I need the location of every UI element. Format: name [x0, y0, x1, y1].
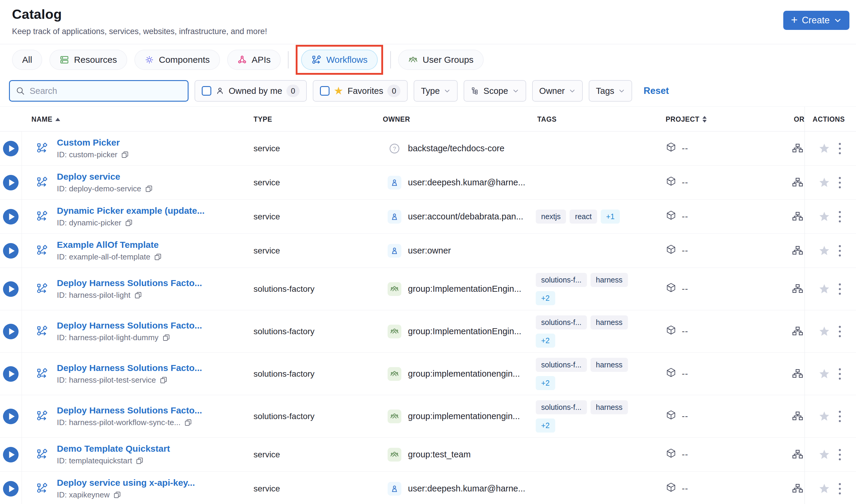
row-name-link[interactable]: Deploy Harness Solutions Facto...	[57, 406, 202, 415]
more-tags-badge: +2	[536, 376, 555, 390]
tab-resources[interactable]: Resources	[49, 50, 127, 70]
chevron-down-icon	[834, 16, 842, 24]
favorite-toggle-icon[interactable]	[818, 325, 831, 338]
row-owner: group:implementationengin...	[408, 411, 520, 421]
favorites-filter[interactable]: ★ Favorites 0	[313, 80, 408, 102]
sitemap-icon[interactable]	[792, 326, 803, 337]
kebab-menu-icon[interactable]	[838, 482, 842, 495]
more-tags-badge: +2	[536, 418, 555, 433]
scope-dropdown[interactable]: Scope	[464, 80, 526, 102]
row-name-link[interactable]: Custom Picker	[57, 138, 129, 148]
kebab-menu-icon[interactable]	[838, 367, 842, 380]
run-workflow-button[interactable]	[3, 447, 19, 463]
run-workflow-button[interactable]	[3, 366, 19, 382]
run-workflow-button[interactable]	[3, 209, 19, 224]
search-input[interactable]	[9, 80, 189, 102]
copy-icon[interactable]	[154, 253, 162, 261]
column-header-name[interactable]: NAME	[22, 115, 245, 124]
kebab-menu-icon[interactable]	[838, 142, 842, 155]
sitemap-icon[interactable]	[792, 449, 803, 460]
owned-by-me-checkbox[interactable]	[202, 86, 211, 96]
row-name-link[interactable]: Deploy Harness Solutions Facto...	[57, 321, 202, 330]
tags-dropdown[interactable]: Tags	[589, 80, 632, 102]
favorite-toggle-icon[interactable]	[818, 245, 831, 257]
run-workflow-button[interactable]	[3, 243, 19, 258]
favorite-toggle-icon[interactable]	[818, 142, 831, 155]
kebab-menu-icon[interactable]	[838, 176, 842, 189]
sitemap-icon[interactable]	[792, 211, 803, 222]
row-name-link[interactable]: Demo Template Quickstart	[57, 444, 170, 454]
kebab-menu-icon[interactable]	[838, 244, 842, 257]
more-tags-badge: +2	[536, 291, 555, 305]
tab-all[interactable]: All	[12, 50, 42, 70]
sitemap-icon[interactable]	[792, 368, 803, 380]
sitemap-icon[interactable]	[792, 143, 803, 154]
favorite-toggle-icon[interactable]	[818, 410, 831, 423]
sitemap-icon[interactable]	[792, 177, 803, 188]
sitemap-icon[interactable]	[792, 483, 803, 494]
row-owner: user:deepesh.kumar@harne...	[408, 178, 525, 187]
tag-badge: react	[569, 210, 597, 223]
kebab-menu-icon[interactable]	[838, 283, 842, 296]
tab-components[interactable]: Components	[134, 50, 220, 70]
copy-icon[interactable]	[159, 376, 168, 384]
owned-by-me-filter[interactable]: Owned by me 0	[194, 80, 307, 102]
api-nodes-icon	[237, 55, 247, 65]
copy-icon[interactable]	[162, 334, 170, 342]
row-name-link[interactable]: Deploy service	[57, 172, 153, 182]
favorite-toggle-icon[interactable]	[818, 176, 831, 189]
run-workflow-button[interactable]	[3, 175, 19, 191]
column-header-project[interactable]: PROJECT	[663, 115, 768, 124]
copy-icon[interactable]	[145, 185, 153, 193]
tab-workflows[interactable]: Workflows	[301, 50, 378, 70]
copy-icon[interactable]	[136, 457, 144, 465]
group-icon	[388, 367, 401, 381]
kebab-menu-icon[interactable]	[838, 325, 842, 338]
create-button[interactable]: + Create	[783, 11, 850, 30]
favorite-toggle-icon[interactable]	[818, 368, 831, 380]
sitemap-icon[interactable]	[792, 411, 803, 422]
favorite-toggle-icon[interactable]	[818, 211, 831, 223]
more-tags-badge: +1	[601, 210, 620, 223]
tab-user-groups[interactable]: User Groups	[398, 50, 484, 70]
create-button-label: Create	[802, 15, 830, 26]
copy-icon[interactable]	[121, 151, 129, 159]
sitemap-icon[interactable]	[792, 245, 803, 256]
play-icon	[3, 481, 19, 497]
favorite-toggle-icon[interactable]	[818, 448, 831, 461]
run-workflow-button[interactable]	[3, 409, 19, 424]
row-project: --	[682, 326, 688, 336]
copy-icon[interactable]	[113, 491, 121, 499]
tab-apis[interactable]: APIs	[227, 50, 281, 70]
run-workflow-button[interactable]	[3, 281, 19, 297]
run-workflow-button[interactable]	[3, 481, 19, 497]
row-name-link[interactable]: Deploy Harness Solutions Facto...	[57, 363, 202, 373]
chevron-down-icon	[512, 88, 519, 94]
copy-icon[interactable]	[184, 418, 192, 427]
row-name-link[interactable]: Example AllOf Template	[57, 240, 162, 250]
table-header: NAME TYPE OWNER TAGS PROJECT OR ACTIONS	[0, 106, 856, 131]
owner-dropdown[interactable]: Owner	[532, 80, 583, 102]
play-icon	[3, 209, 19, 224]
row-name-link[interactable]: Dynamic Picker example (update...	[57, 206, 205, 216]
kebab-menu-icon[interactable]	[838, 410, 842, 423]
row-id: ID: templatequickstart	[57, 456, 132, 465]
kebab-menu-icon[interactable]	[838, 448, 842, 461]
sitemap-icon[interactable]	[792, 283, 803, 295]
kebab-menu-icon[interactable]	[838, 210, 842, 223]
favorite-toggle-icon[interactable]	[818, 283, 831, 295]
run-workflow-button[interactable]	[3, 141, 19, 156]
favorite-star-icon: ★	[334, 86, 343, 96]
copy-icon[interactable]	[125, 219, 133, 227]
reset-filters-link[interactable]: Reset	[644, 86, 669, 96]
row-name-link[interactable]: Deploy service using x-api-key...	[57, 478, 195, 488]
hierarchy-icon	[471, 87, 479, 95]
table-row: Deploy Harness Solutions Facto... ID: ha…	[0, 353, 856, 395]
row-name-link[interactable]: Deploy Harness Solutions Facto...	[57, 278, 202, 288]
favorites-checkbox[interactable]	[320, 86, 329, 96]
favorite-toggle-icon[interactable]	[818, 483, 831, 495]
type-dropdown[interactable]: Type	[414, 80, 458, 102]
catalog-kind-tabs: All Resources Components APIs	[0, 44, 856, 75]
copy-icon[interactable]	[134, 291, 142, 299]
run-workflow-button[interactable]	[3, 324, 19, 339]
